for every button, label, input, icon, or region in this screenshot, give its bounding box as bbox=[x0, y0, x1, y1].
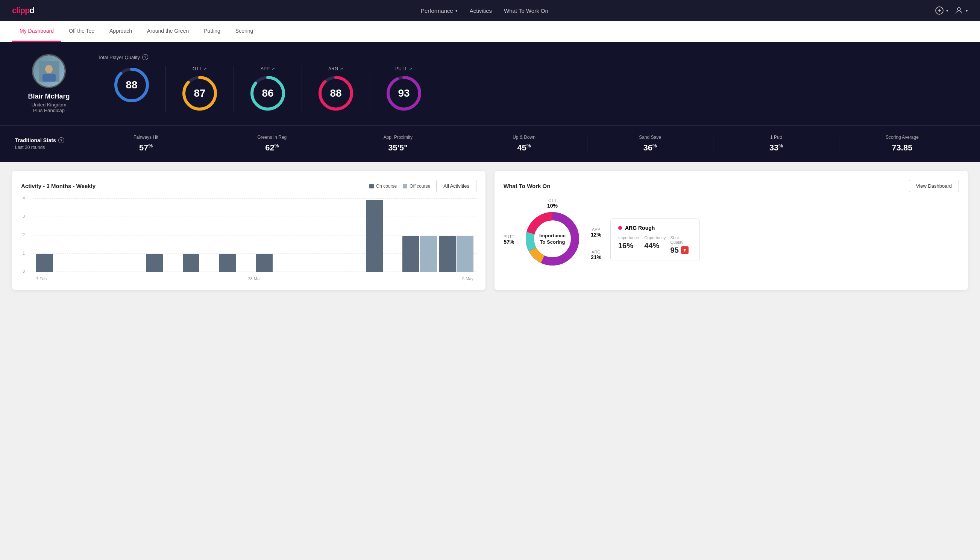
putt-label: PUTT 57% bbox=[504, 234, 514, 245]
ring-putt-label: PUTT ↗ bbox=[395, 66, 412, 72]
info-card-header: ARG Rough bbox=[618, 225, 692, 231]
trad-label-section: Traditional Stats ? Last 20 rounds bbox=[15, 137, 83, 150]
fairways-hit-value: 57% bbox=[91, 143, 201, 153]
x-label-mar: 28 Mar bbox=[248, 277, 261, 281]
trend-up-icon-arg: ↗ bbox=[339, 66, 343, 72]
ring-app-score: 86 bbox=[262, 87, 273, 99]
ring-app: APP ↗ 86 bbox=[234, 66, 302, 112]
chart-legend: On course Off course bbox=[369, 183, 431, 189]
y-label-0: 0 bbox=[23, 269, 25, 273]
bar-on-10 bbox=[366, 200, 383, 272]
info-card-labels: Importance 16% Opportunity 44% Shot Qual… bbox=[618, 235, 692, 255]
bar-on-7 bbox=[256, 254, 273, 272]
avatar bbox=[32, 54, 66, 88]
sand-save-value: 36% bbox=[595, 143, 705, 153]
user-menu-button[interactable]: ▾ bbox=[954, 6, 968, 15]
tab-off-the-tee[interactable]: Off the Tee bbox=[61, 21, 102, 42]
app-label: APP 12% bbox=[591, 227, 601, 238]
tab-my-dashboard[interactable]: My Dashboard bbox=[12, 21, 61, 42]
tabs-bar: My Dashboard Off the Tee Approach Around… bbox=[0, 21, 980, 42]
importance-value: 16% bbox=[618, 242, 640, 250]
top-nav: clippd Performance ▾ Activities What To … bbox=[0, 0, 980, 21]
nav-performance[interactable]: Performance ▾ bbox=[421, 8, 458, 14]
trend-up-icon-app: ↗ bbox=[271, 66, 275, 72]
off-course-dot bbox=[403, 184, 407, 188]
ring-overall-container: 88 bbox=[113, 66, 150, 104]
bar-group-1 bbox=[36, 254, 70, 272]
x-label-may: 9 May bbox=[462, 277, 473, 281]
add-chevron-icon: ▾ bbox=[946, 8, 948, 13]
chart-x-labels: 7 Feb 28 Mar 9 May bbox=[33, 277, 476, 281]
info-label-opportunity: Opportunity 44% bbox=[644, 235, 666, 255]
bar-on-12 bbox=[439, 236, 456, 272]
ring-ott-score: 87 bbox=[194, 87, 205, 99]
ring-putt-score: 93 bbox=[398, 87, 409, 99]
activity-chart-title: Activity - 3 Months - Weekly bbox=[21, 183, 95, 189]
stats-section: Total Player Quality ? 88 OTT ↗ bbox=[98, 54, 965, 112]
y-label-2: 2 bbox=[23, 232, 25, 237]
nav-what-to-work-on[interactable]: What To Work On bbox=[504, 8, 548, 14]
svg-rect-6 bbox=[43, 74, 56, 82]
ring-ott: OTT ↗ 87 bbox=[166, 66, 234, 112]
activity-panel: Activity - 3 Months - Weekly On course O… bbox=[12, 171, 486, 290]
tab-around-the-green[interactable]: Around the Green bbox=[140, 21, 196, 42]
trad-stat-fairways-hit: Fairways Hit 57% bbox=[83, 135, 209, 153]
trad-stats-sublabel: Last 20 rounds bbox=[15, 145, 83, 150]
player-name: Blair McHarg bbox=[28, 93, 70, 100]
legend-off-course: Off course bbox=[403, 183, 430, 189]
bar-group-7 bbox=[256, 254, 290, 272]
svg-point-3 bbox=[957, 8, 960, 10]
on-course-dot bbox=[369, 184, 374, 188]
add-button[interactable]: ▾ bbox=[935, 6, 948, 15]
bar-on-11 bbox=[403, 236, 419, 272]
bar-group-11 bbox=[403, 236, 437, 272]
nav-links: Performance ▾ Activities What To Work On bbox=[421, 8, 548, 14]
info-label-importance: Importance 16% bbox=[618, 235, 640, 255]
ring-putt: PUTT ↗ 93 bbox=[370, 66, 438, 112]
down-badge: ▼ bbox=[681, 246, 689, 254]
logo[interactable]: clippd bbox=[12, 6, 34, 15]
activity-controls: On course Off course All Activities bbox=[369, 180, 476, 192]
what-to-work-on-panel: What To Work On View Dashboard PUTT 57% … bbox=[494, 171, 968, 290]
bar-off-11 bbox=[420, 236, 437, 272]
y-label-4: 4 bbox=[23, 195, 25, 200]
bar-on-5 bbox=[183, 254, 200, 272]
trad-stat-greens-in-reg: Greens In Reg 62% bbox=[209, 135, 335, 153]
ring-ott-label: OTT ↗ bbox=[193, 66, 207, 72]
y-label-3: 3 bbox=[23, 214, 25, 218]
svg-point-5 bbox=[45, 65, 53, 73]
y-label-1: 1 bbox=[23, 251, 25, 255]
activity-panel-header: Activity - 3 Months - Weekly On course O… bbox=[21, 180, 476, 192]
ring-overall: 88 bbox=[98, 66, 166, 112]
info-card-dot bbox=[618, 226, 622, 230]
chart-area: 4 3 2 1 0 bbox=[21, 198, 476, 281]
trad-stat-app-proximity: App. Proximity 35'5" bbox=[335, 135, 461, 153]
tab-approach[interactable]: Approach bbox=[102, 21, 140, 42]
ring-arg-label: ARG ↗ bbox=[328, 66, 343, 72]
info-label-shot-quality: Shot Quality 95 ▼ bbox=[671, 235, 692, 255]
help-icon[interactable]: ? bbox=[142, 54, 148, 60]
nav-activities[interactable]: Activities bbox=[470, 8, 492, 14]
trad-help-icon[interactable]: ? bbox=[58, 137, 64, 143]
donut-svg: Importance To Scoring bbox=[522, 209, 582, 269]
trad-stat-scoring-average: Scoring Average 73.85 bbox=[839, 135, 965, 153]
donut-section: PUTT 57% OTT 10% APP 12% ARG bbox=[504, 198, 959, 281]
tab-scoring[interactable]: Scoring bbox=[228, 21, 261, 42]
trad-stat-sand-save: Sand Save 36% bbox=[587, 135, 713, 153]
trad-stat-1-putt: 1 Putt 33% bbox=[713, 135, 839, 153]
opportunity-value: 44% bbox=[644, 242, 666, 250]
all-activities-button[interactable]: All Activities bbox=[436, 180, 476, 192]
trend-up-icon: ↗ bbox=[203, 66, 207, 72]
view-dashboard-button[interactable]: View Dashboard bbox=[909, 180, 959, 192]
bar-on-6 bbox=[219, 254, 236, 272]
svg-text:To Scoring: To Scoring bbox=[540, 239, 565, 245]
shot-quality-value: 95 bbox=[671, 246, 679, 255]
shot-quality-row: 95 ▼ bbox=[671, 246, 692, 255]
1-putt-value: 33% bbox=[721, 143, 832, 153]
greens-in-reg-value: 62% bbox=[216, 143, 327, 153]
tab-putting[interactable]: Putting bbox=[196, 21, 228, 42]
wtwo-title: What To Work On bbox=[504, 183, 550, 189]
ring-putt-container: 93 bbox=[385, 75, 423, 112]
trad-stats-label: Traditional Stats ? bbox=[15, 137, 83, 143]
bar-group-10 bbox=[366, 200, 400, 272]
